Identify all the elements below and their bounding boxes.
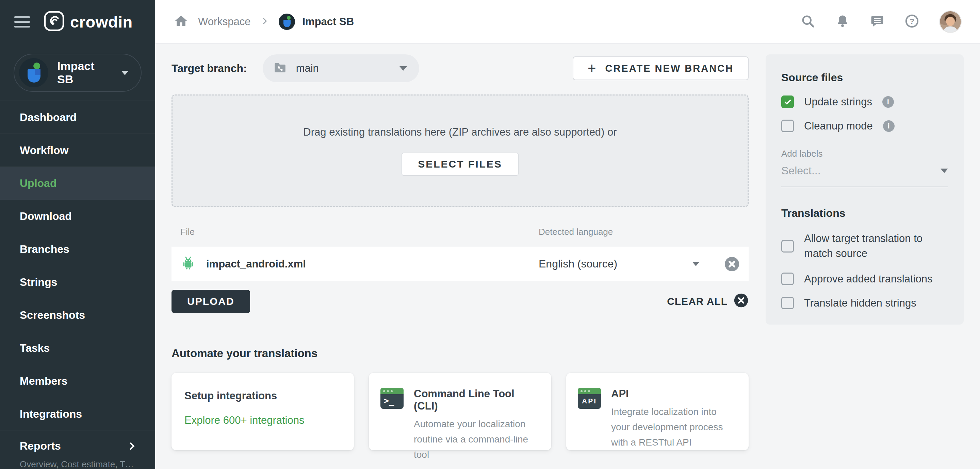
option-approve-added: Approve added translations	[781, 273, 948, 285]
chat-icon[interactable]	[870, 14, 885, 30]
main-content: Target branch: main + CREATE NEW BRANCH …	[155, 44, 980, 469]
option-allow-match-source: Allow target translation to match source	[781, 231, 948, 261]
automate-section-title: Automate your translations	[172, 347, 749, 360]
user-avatar[interactable]	[939, 11, 962, 33]
remove-file-button[interactable]	[724, 256, 740, 272]
sidebar-item-integrations[interactable]: Integrations	[0, 398, 155, 431]
search-icon[interactable]	[800, 14, 815, 30]
sidebar-item-label: Screenshots	[20, 309, 85, 322]
breadcrumb-project-name: Impact SB	[302, 16, 354, 28]
chevron-down-icon	[399, 66, 407, 71]
menu-icon[interactable]	[14, 16, 30, 27]
column-header-language: Detected language	[539, 227, 749, 237]
card-api[interactable]: API API Integrate localization into your…	[566, 373, 749, 450]
sidebar-item-strings[interactable]: Strings	[0, 266, 155, 299]
chevron-down-icon[interactable]	[692, 262, 700, 266]
crowdin-logo[interactable]: crowdin	[43, 11, 133, 33]
selected-branch: main	[296, 62, 319, 74]
explore-integrations-link[interactable]: Explore 600+ integrations	[185, 414, 304, 426]
card-setup-integrations[interactable]: Setup integrations Explore 600+ integrat…	[172, 373, 354, 450]
option-label: Update strings	[804, 96, 872, 108]
topbar-actions: ?	[800, 11, 962, 33]
table-row: impact_android.xml English (source)	[172, 247, 749, 281]
breadcrumb: Workspace Impact SB	[173, 14, 354, 30]
sidebar-item-label: Dashboard	[20, 111, 76, 124]
crowdin-logo-icon	[43, 11, 65, 33]
topbar: Workspace Impact SB ?	[155, 0, 980, 43]
sidebar-item-label: Integrations	[20, 408, 82, 420]
translations-title: Translations	[781, 207, 948, 220]
target-branch-row: Target branch: main + CREATE NEW BRANCH	[172, 54, 749, 82]
column-header-file: File	[172, 227, 539, 237]
info-icon[interactable]: i	[883, 120, 894, 132]
option-cleanup-mode: Cleanup mode i	[781, 120, 948, 132]
breadcrumb-separator-icon	[260, 17, 269, 27]
home-icon[interactable]	[173, 14, 189, 30]
breadcrumb-project[interactable]: Impact SB	[279, 14, 354, 30]
chevron-down-icon	[940, 169, 948, 173]
terminal-icon: >_	[380, 388, 404, 409]
option-label: Cleanup mode	[804, 120, 873, 132]
sidebar-item-label: Branches	[20, 243, 69, 255]
api-icon: API	[578, 388, 601, 409]
sidebar-item-reports[interactable]: Reports Overview, Cost estimate, Transl…	[0, 431, 155, 469]
allow-match-source-checkbox[interactable]	[781, 240, 794, 252]
card-title: Setup integrations	[185, 390, 341, 402]
sidebar-item-members[interactable]: Members	[0, 364, 155, 398]
chevron-down-icon	[121, 71, 129, 75]
automate-cards: Setup integrations Explore 600+ integrat…	[172, 373, 749, 450]
bell-icon[interactable]	[835, 14, 850, 30]
info-icon[interactable]: i	[882, 96, 894, 108]
branch-folder-icon	[273, 60, 287, 76]
sidebar-item-label: Tasks	[20, 342, 50, 355]
translate-hidden-checkbox[interactable]	[781, 297, 794, 309]
reports-sublabel: Overview, Cost estimate, Transl…	[20, 459, 135, 469]
sidebar-item-label: Download	[20, 210, 72, 223]
card-title: API	[611, 388, 737, 400]
upload-settings-panel: Source files Update strings i Cleanup mo…	[765, 54, 964, 325]
sidebar-item-label: Strings	[20, 276, 57, 288]
card-title: Command Line Tool (CLI)	[414, 388, 540, 412]
project-switcher[interactable]: Impact SB	[14, 54, 142, 92]
select-files-button[interactable]: SELECT FILES	[401, 152, 519, 176]
plus-icon: +	[588, 61, 597, 76]
brand-wordmark: crowdin	[70, 13, 133, 31]
breadcrumb-workspace[interactable]: Workspace	[198, 16, 251, 28]
sidebar-item-dashboard[interactable]: Dashboard	[0, 101, 155, 134]
help-icon[interactable]: ?	[904, 14, 920, 30]
sidebar: crowdin Impact SB Dashboard Workflow Upl…	[0, 0, 155, 469]
detected-language-value[interactable]: English (source)	[539, 258, 617, 270]
sidebar-item-label: Upload	[20, 177, 56, 190]
create-branch-label: CREATE NEW BRANCH	[605, 63, 733, 74]
option-translate-hidden: Translate hidden strings	[781, 297, 948, 309]
update-strings-checkbox[interactable]	[781, 95, 794, 108]
svg-text:?: ?	[910, 17, 914, 25]
card-cli[interactable]: >_ Command Line Tool (CLI) Automate your…	[369, 373, 551, 450]
sidebar-item-upload[interactable]: Upload	[0, 167, 155, 200]
option-label: Approve added translations	[804, 273, 932, 285]
sidebar-item-label: Members	[20, 375, 68, 387]
cleanup-mode-checkbox[interactable]	[781, 120, 794, 132]
uploaded-files-table: File Detected language	[172, 227, 749, 281]
upload-button[interactable]: UPLOAD	[172, 290, 250, 313]
clear-all-button[interactable]: CLEAR ALL	[667, 293, 749, 310]
upload-actions-row: UPLOAD CLEAR ALL	[172, 290, 749, 313]
sidebar-item-branches[interactable]: Branches	[0, 233, 155, 266]
file-dropzone[interactable]: Drag existing translations here (ZIP arc…	[172, 95, 749, 207]
option-label: Allow target translation to match source	[804, 231, 947, 261]
approve-added-checkbox[interactable]	[781, 273, 794, 285]
file-table-header: File Detected language	[172, 227, 749, 247]
sidebar-item-download[interactable]: Download	[0, 200, 155, 233]
sidebar-item-workflow[interactable]: Workflow	[0, 134, 155, 167]
sidebar-item-tasks[interactable]: Tasks	[0, 332, 155, 364]
create-new-branch-button[interactable]: + CREATE NEW BRANCH	[573, 56, 749, 80]
card-description: Integrate localization into your develop…	[611, 404, 737, 450]
sidebar-item-screenshots[interactable]: Screenshots	[0, 299, 155, 332]
source-files-title: Source files	[781, 71, 948, 84]
card-description: Automate your localization routine via a…	[414, 416, 540, 462]
project-name: Impact SB	[57, 59, 112, 86]
branch-select[interactable]: main	[263, 54, 419, 82]
labels-select[interactable]: Select...	[781, 165, 948, 187]
android-icon	[180, 255, 196, 273]
sidebar-top: crowdin	[0, 0, 155, 43]
